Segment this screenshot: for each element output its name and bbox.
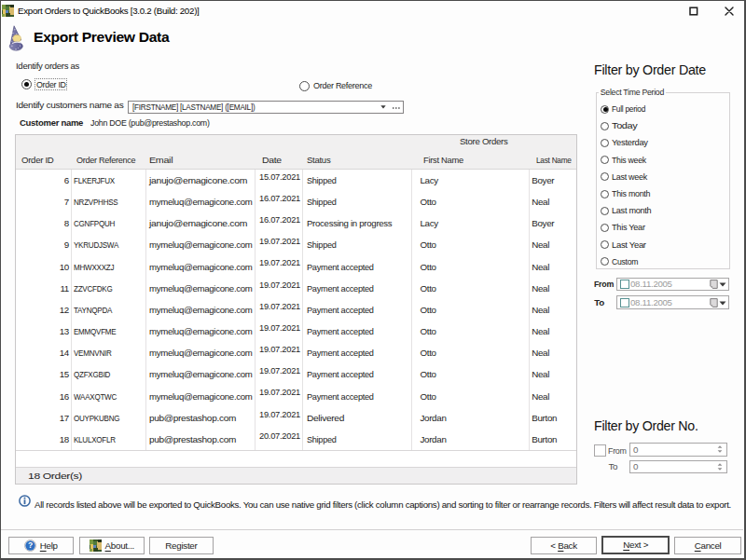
svg-text:?: ?: [28, 540, 33, 550]
